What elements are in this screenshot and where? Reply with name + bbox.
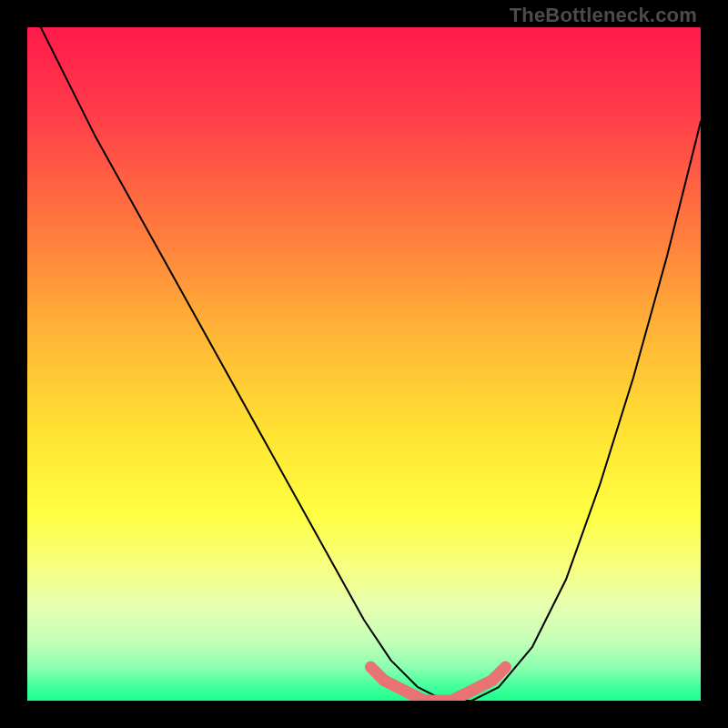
chart-background bbox=[27, 27, 701, 701]
plot-area bbox=[27, 27, 701, 701]
watermark-text: TheBottleneck.com bbox=[510, 4, 697, 27]
chart-svg bbox=[27, 27, 701, 701]
